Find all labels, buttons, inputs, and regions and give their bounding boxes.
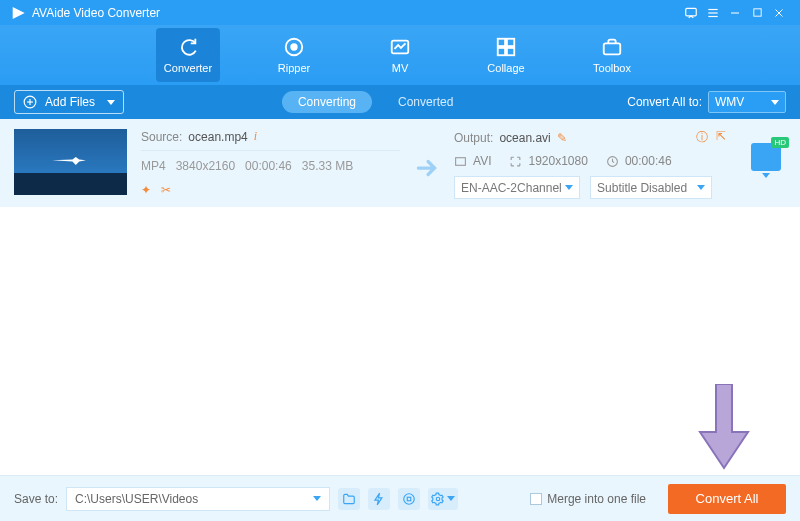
output-resolution: 1920x1080 <box>528 154 587 168</box>
source-column: Source: ocean.mp4 i MP4 3840x2160 00:00:… <box>141 129 400 197</box>
nav-converter[interactable]: Converter <box>156 28 220 82</box>
video-icon <box>454 155 467 168</box>
output-format: AVI <box>473 154 491 168</box>
app-logo-icon <box>10 5 26 21</box>
output-duration: 00:00:46 <box>625 154 672 168</box>
ripper-icon <box>283 36 305 58</box>
save-to-label: Save to: <box>14 492 58 506</box>
output-label: Output: <box>454 131 493 145</box>
collage-icon <box>495 36 517 58</box>
svg-marker-0 <box>13 7 25 19</box>
svg-rect-20 <box>456 157 466 165</box>
output-file: ocean.avi <box>499 131 550 145</box>
nav-ripper[interactable]: Ripper <box>262 28 326 82</box>
nav-label: Collage <box>487 62 524 74</box>
svg-point-24 <box>436 497 440 501</box>
output-column: Output: ocean.avi ✎ ⓘ ⇱ AVI 1920x1080 00… <box>454 129 726 199</box>
merge-label: Merge into one file <box>547 492 646 506</box>
footer: Save to: C:\Users\USER\Videos Merge into… <box>0 475 800 521</box>
chevron-down-icon <box>107 100 115 105</box>
format-chip[interactable] <box>751 143 781 171</box>
mv-icon <box>389 36 411 58</box>
menu-icon[interactable] <box>702 2 724 24</box>
tab-converted[interactable]: Converted <box>382 91 469 113</box>
minimize-icon[interactable] <box>724 2 746 24</box>
convert-all-to-value: WMV <box>715 95 744 109</box>
source-meta: MP4 3840x2160 00:00:46 35.33 MB <box>141 159 400 173</box>
arrow-right-icon <box>414 155 440 181</box>
plus-icon <box>23 95 37 109</box>
svg-rect-12 <box>498 39 505 46</box>
open-folder-icon[interactable] <box>338 488 360 510</box>
compress-icon[interactable]: ⇱ <box>716 129 726 146</box>
close-icon[interactable] <box>768 2 790 24</box>
svg-rect-14 <box>498 48 505 55</box>
chevron-down-icon <box>565 185 573 190</box>
settings-icon[interactable] <box>428 488 458 510</box>
info-icon[interactable]: i <box>254 129 257 144</box>
save-path-value: C:\Users\USER\Videos <box>75 492 198 506</box>
info-circle-icon[interactable]: ⓘ <box>696 129 708 146</box>
svg-point-22 <box>404 493 415 504</box>
annotation-arrow-icon <box>696 384 752 470</box>
svg-rect-16 <box>604 43 621 54</box>
resolution-icon <box>509 155 522 168</box>
add-files-label: Add Files <box>45 95 95 109</box>
nav-label: MV <box>392 62 409 74</box>
maximize-icon[interactable] <box>746 2 768 24</box>
chevron-down-icon[interactable] <box>762 173 770 178</box>
svg-rect-6 <box>753 9 760 16</box>
svg-point-10 <box>291 44 297 50</box>
audio-value: EN-AAC-2Channel <box>461 181 562 195</box>
source-duration: 00:00:46 <box>245 159 292 173</box>
source-format: MP4 <box>141 159 166 173</box>
clock-icon <box>606 155 619 168</box>
file-list: Source: ocean.mp4 i MP4 3840x2160 00:00:… <box>0 119 800 207</box>
converter-icon <box>177 36 199 58</box>
edit-icon[interactable]: ✎ <box>557 131 567 145</box>
source-resolution: 3840x2160 <box>176 159 235 173</box>
source-file: ocean.mp4 <box>188 130 247 144</box>
svg-rect-13 <box>507 39 514 46</box>
convert-button-label: Convert All <box>696 491 759 506</box>
chevron-down-icon <box>447 496 455 501</box>
source-label: Source: <box>141 130 182 144</box>
convert-all-button[interactable]: Convert All <box>668 484 786 514</box>
convert-all-to-label: Convert All to: <box>627 95 702 109</box>
checkbox-icon <box>530 493 542 505</box>
app-title: AVAide Video Converter <box>32 6 680 20</box>
chevron-down-icon <box>313 496 321 501</box>
audio-select[interactable]: EN-AAC-2Channel <box>454 176 580 199</box>
subtitle-select[interactable]: Subtitle Disabled <box>590 176 712 199</box>
nav-mv[interactable]: MV <box>368 28 432 82</box>
gpu-accel-icon[interactable] <box>368 488 390 510</box>
navbar: Converter Ripper MV Collage Toolbox <box>0 25 800 85</box>
file-item: Source: ocean.mp4 i MP4 3840x2160 00:00:… <box>14 129 786 199</box>
tab-converting[interactable]: Converting <box>282 91 372 113</box>
chevron-down-icon <box>771 100 779 105</box>
format-picker <box>746 129 786 178</box>
nav-toolbox[interactable]: Toolbox <box>580 28 644 82</box>
svg-rect-23 <box>407 497 411 501</box>
save-path-select[interactable]: C:\Users\USER\Videos <box>66 487 330 511</box>
enhance-icon[interactable]: ✦ <box>141 183 151 197</box>
nav-label: Toolbox <box>593 62 631 74</box>
subtitle-value: Subtitle Disabled <box>597 181 687 195</box>
chevron-down-icon <box>697 185 705 190</box>
convert-all-to: Convert All to: WMV <box>627 91 786 113</box>
merge-checkbox[interactable]: Merge into one file <box>530 492 646 506</box>
toolbox-icon <box>601 36 623 58</box>
cut-icon[interactable]: ✂ <box>161 183 171 197</box>
add-files-button[interactable]: Add Files <box>14 90 124 114</box>
convert-all-to-select[interactable]: WMV <box>708 91 786 113</box>
feedback-icon[interactable] <box>680 2 702 24</box>
task-schedule-icon[interactable] <box>398 488 420 510</box>
status-segment: Converting Converted <box>282 91 469 113</box>
video-thumbnail[interactable] <box>14 129 127 195</box>
nav-label: Ripper <box>278 62 310 74</box>
nav-label: Converter <box>164 62 212 74</box>
nav-collage[interactable]: Collage <box>474 28 538 82</box>
toolbar: Add Files Converting Converted Convert A… <box>0 85 800 119</box>
titlebar: AVAide Video Converter <box>0 0 800 25</box>
svg-rect-15 <box>507 48 514 55</box>
